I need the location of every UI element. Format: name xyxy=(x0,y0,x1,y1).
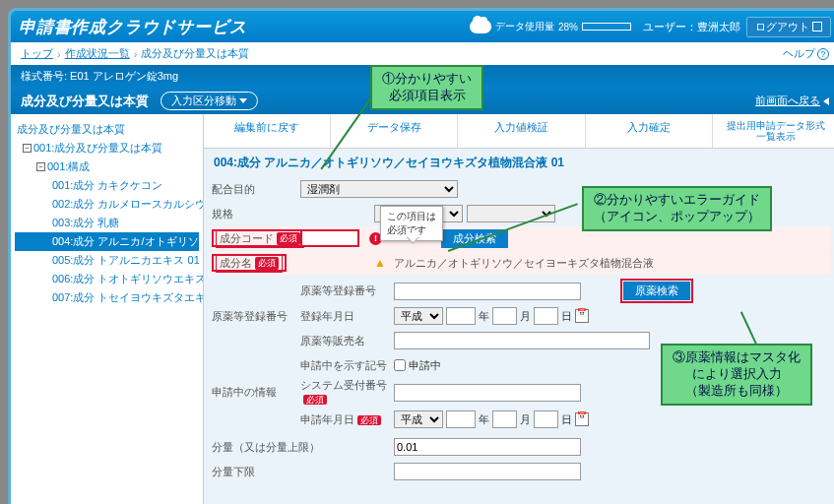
input-year[interactable] xyxy=(446,307,476,325)
input-year2[interactable] xyxy=(446,410,476,428)
logout-icon xyxy=(812,22,822,32)
calendar-icon[interactable]: 📅 xyxy=(575,412,589,426)
label-purpose: 配合目的 xyxy=(212,182,300,197)
input-regno[interactable] xyxy=(394,283,581,300)
annotation-3: ③原薬情報はマスタ化 により選択入力 （製造所も同様） xyxy=(661,344,812,406)
required-tooltip: この項目は 必須です xyxy=(380,206,443,241)
input-sysno[interactable] xyxy=(394,384,581,402)
tree-root[interactable]: 成分及び分量又は本質 xyxy=(15,120,199,139)
export-button[interactable]: 提出用申請データ形式 一覧表示 xyxy=(713,114,834,148)
chevron-down-icon xyxy=(239,98,247,103)
data-usage: データ使用量 28% xyxy=(470,20,631,33)
label-regno: 原薬等登録番号 xyxy=(300,284,394,298)
label-name: 成分名必須 xyxy=(212,254,300,273)
tree-item[interactable]: 007:成分 トセイヨウキズタエキス 01 xyxy=(15,288,199,307)
select-era2[interactable]: 平成 xyxy=(394,410,443,428)
collapse-icon[interactable]: − xyxy=(36,162,45,171)
input-qty[interactable] xyxy=(394,438,581,456)
app-logo: 申請書作成クラウドサービス xyxy=(19,16,470,38)
move-section-button[interactable]: 入力区分移動 xyxy=(160,92,258,110)
input-day2[interactable] xyxy=(534,410,558,428)
collapse-icon[interactable]: − xyxy=(23,144,32,153)
input-qtylow[interactable] xyxy=(394,463,581,480)
validate-button[interactable]: 入力値検証 xyxy=(458,114,585,148)
annotation-2: ②分かりやすいエラーガイド （アイコン、ポップアップ） xyxy=(582,186,772,231)
input-day[interactable] xyxy=(534,307,558,325)
help-icon: ? xyxy=(817,48,829,60)
label-qty: 分量（又は分量上限） xyxy=(212,440,394,455)
crumb-current: 成分及び分量又は本質 xyxy=(141,46,249,61)
label-vendor: 原薬等販売名 xyxy=(300,334,394,348)
function-row: 編集前に戻す データ保存 入力値検証 入力確定 提出用申請データ形式 一覧表示 xyxy=(204,114,834,149)
select-purpose[interactable]: 湿潤剤 xyxy=(300,180,458,198)
logout-button[interactable]: ログアウト xyxy=(746,17,831,37)
label-appdate: 申請年月日必須 xyxy=(300,412,394,427)
back-icon xyxy=(823,97,829,105)
label-appmark: 申請中を示す記号 xyxy=(300,358,394,373)
group-reg: 原薬等登録番号 xyxy=(212,309,300,324)
save-button[interactable]: データ保存 xyxy=(331,114,458,148)
tree-node[interactable]: − 001:構成 xyxy=(15,158,199,176)
back-link[interactable]: 前画面へ戻る xyxy=(755,94,829,108)
tree-item-selected[interactable]: 004:成分 アルニカ/オトギリソウ/ xyxy=(15,232,199,251)
style-number: 様式番号: E01 アレロゲン錠3mg xyxy=(21,69,178,84)
value-name: アルニカ／オトギリソウ／セイヨーキズタ植物混合液 xyxy=(394,256,654,271)
tree-item[interactable]: 001:成分 カキクケコン xyxy=(15,176,199,195)
tree-sidebar: 成分及び分量又は本質 − 001:成分及び分量又は本質 − 001:構成 001… xyxy=(11,114,204,504)
help-link[interactable]: ヘルプ ? xyxy=(783,46,829,61)
breadcrumb: トップ › 作成状況一覧 › 成分及び分量又は本質 ヘルプ ? xyxy=(11,42,834,65)
tree-node[interactable]: − 001:成分及び分量又は本質 xyxy=(15,139,199,158)
search-drug-button[interactable]: 原薬検索 xyxy=(623,282,690,300)
select-era[interactable]: 平成 xyxy=(394,307,443,325)
tree-item[interactable]: 006:成分 トオトギリソウエキス アル xyxy=(15,270,199,288)
annotation-1: ①分かりやすい 必須項目表示 xyxy=(370,65,483,110)
input-month[interactable] xyxy=(492,307,517,325)
select-std2[interactable] xyxy=(467,205,555,222)
section-title: 成分及び分量又は本質 xyxy=(21,93,149,110)
input-code[interactable] xyxy=(300,229,359,247)
crumb-list[interactable]: 作成状況一覧 xyxy=(65,46,130,61)
calendar-icon[interactable]: 📅 xyxy=(575,309,589,323)
input-month2[interactable] xyxy=(492,410,517,428)
record-title: 004:成分 アルニカ／オトギリソウ／セイヨウキズタ植物混合液 01 xyxy=(204,149,834,177)
label-std: 規格 xyxy=(212,207,300,221)
label-qtylow: 分量下限 xyxy=(212,465,394,479)
checkbox-applying[interactable] xyxy=(394,359,406,371)
label-sysno: システム受付番号必須 xyxy=(300,378,394,407)
label-regdate: 登録年月日 xyxy=(300,309,394,324)
tree-item[interactable]: 002:成分 カルメロースカルシウム xyxy=(15,195,199,214)
tree-item[interactable]: 003:成分 乳糖 xyxy=(15,214,199,232)
tree-item[interactable]: 005:成分 トアルニカエキス 01 C xyxy=(15,251,199,270)
warning-icon: ▲ xyxy=(374,256,386,270)
confirm-button[interactable]: 入力確定 xyxy=(586,114,713,148)
cloud-icon xyxy=(470,20,491,33)
label-code: 成分コード必須 xyxy=(212,229,300,248)
undo-button[interactable]: 編集前に戻す xyxy=(204,114,331,148)
group-app: 申請中の情報 xyxy=(212,385,300,400)
input-vendor[interactable] xyxy=(394,332,650,349)
crumb-top[interactable]: トップ xyxy=(21,46,53,61)
user-label: ユーザー：豊洲太郎 xyxy=(643,20,740,34)
